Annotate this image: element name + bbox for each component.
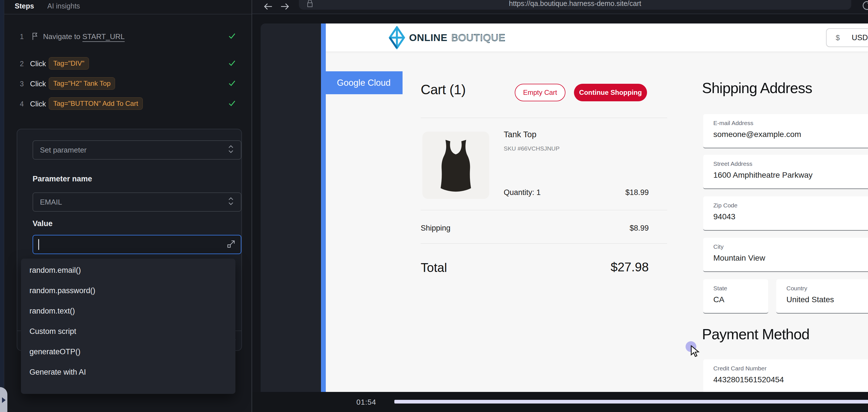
credit-card-field[interactable]: Credit Card Number 4432801561520454 bbox=[703, 359, 868, 393]
value-suggestions-dropdown: random.email() random.password() random.… bbox=[21, 259, 236, 394]
selector-badge: Tag="BUTTON" Add To Cart bbox=[49, 97, 143, 110]
shipping-address-title: Shipping Address bbox=[702, 79, 812, 97]
product-image bbox=[423, 132, 489, 199]
email-field[interactable]: E-mail Address someone@example.com bbox=[703, 114, 868, 148]
browser-pane: https://qa.boutique.harness-demo.site/ca… bbox=[252, 0, 868, 412]
dropdown-item-random-text[interactable]: random.text() bbox=[21, 301, 236, 321]
currency-select[interactable]: $ USD bbox=[826, 28, 868, 47]
play-icon bbox=[2, 397, 6, 403]
check-icon bbox=[227, 79, 237, 89]
field-label: City bbox=[713, 243, 868, 250]
step-action-text: Navigate to bbox=[43, 32, 83, 41]
replay-player-bar: 01:54 bbox=[252, 392, 868, 412]
zip-code-field[interactable]: Zip Code 94043 bbox=[703, 196, 868, 231]
text-caret bbox=[38, 239, 39, 250]
step-row-2[interactable]: 2 Click Tag="DIV" bbox=[4, 56, 252, 70]
step-action-text: Click bbox=[30, 60, 46, 68]
replay-viewport: Google Cloud ONLINEBOUTIQUE $ bbox=[252, 14, 868, 392]
product-sku: SKU #66VCHSJNUP bbox=[504, 145, 559, 152]
divider bbox=[421, 118, 667, 118]
action-type-select[interactable]: Set parameter bbox=[33, 140, 241, 160]
mouse-cursor bbox=[690, 345, 702, 359]
action-type-value: Set parameter bbox=[40, 146, 87, 154]
logo-text-boutique: BOUTIQUE bbox=[451, 32, 505, 43]
back-button[interactable] bbox=[263, 2, 274, 13]
state-field[interactable]: State CA bbox=[703, 279, 768, 313]
product-name[interactable]: Tank Top bbox=[504, 130, 536, 139]
expand-editor-icon[interactable] bbox=[227, 239, 236, 249]
playback-scrubber[interactable] bbox=[394, 400, 868, 404]
step-number: 1 bbox=[20, 33, 24, 41]
tab-ai-insights[interactable]: AI insights bbox=[47, 0, 80, 13]
step-action-text: Click bbox=[30, 79, 46, 88]
field-value: Mountain View bbox=[713, 253, 868, 263]
step-row-4[interactable]: 4 Click Tag="BUTTON" Add To Cart bbox=[4, 97, 252, 111]
dropdown-item-custom-script[interactable]: Custom script bbox=[21, 321, 236, 342]
step-label: Navigate to START_URL bbox=[43, 32, 125, 41]
flag-icon bbox=[31, 32, 39, 42]
tank-top-image bbox=[435, 138, 477, 193]
chevron-updown-icon bbox=[228, 144, 234, 156]
continue-shopping-button[interactable]: Continue Shopping bbox=[574, 84, 647, 101]
empty-cart-button[interactable]: Empty Cart bbox=[515, 84, 565, 101]
playback-time: 01:54 bbox=[356, 398, 376, 407]
url-text: https://qa.boutique.harness-demo.site/ca… bbox=[299, 0, 851, 8]
city-field[interactable]: City Mountain View bbox=[703, 238, 868, 272]
dollar-icon: $ bbox=[836, 33, 840, 42]
field-label: State bbox=[713, 285, 768, 292]
logo-text-online: ONLINE bbox=[409, 32, 447, 43]
url-bar[interactable]: https://qa.boutique.harness-demo.site/ca… bbox=[299, 0, 851, 10]
forward-button[interactable] bbox=[279, 2, 290, 13]
tabs-divider bbox=[4, 14, 252, 14]
steps-sidebar: Steps AI insights 1 Navigate to START_UR… bbox=[4, 0, 252, 412]
selector-badge: Tag="DIV" bbox=[49, 57, 89, 70]
dropdown-item-random-email[interactable]: random.email() bbox=[21, 260, 236, 280]
left-rail bbox=[0, 0, 4, 412]
step-row-3[interactable]: 3 Click Tag="H2" Tank Top bbox=[4, 76, 252, 91]
dropdown-item-random-password[interactable]: random.password() bbox=[21, 280, 236, 301]
country-field[interactable]: Country United States bbox=[776, 279, 868, 313]
field-value: 4432801561520454 bbox=[713, 375, 868, 384]
field-label: Zip Code bbox=[713, 202, 868, 209]
parameter-name-select[interactable]: EMAIL bbox=[33, 193, 241, 212]
chevron-updown-icon bbox=[228, 196, 234, 208]
parameter-name-value: EMAIL bbox=[40, 198, 62, 207]
app-window: Steps AI insights 1 Navigate to START_UR… bbox=[0, 0, 868, 412]
reload-icon[interactable] bbox=[861, 1, 868, 14]
field-label: Credit Card Number bbox=[713, 365, 868, 372]
total-label: Total bbox=[421, 261, 447, 275]
step-number: 4 bbox=[20, 100, 24, 108]
check-icon bbox=[227, 59, 237, 69]
site-header: ONLINEBOUTIQUE $ USD bbox=[326, 24, 868, 52]
screenshot-frame: Google Cloud ONLINEBOUTIQUE $ bbox=[260, 24, 868, 392]
field-value: CA bbox=[713, 295, 768, 304]
start-url-link[interactable]: START_URL bbox=[83, 32, 125, 42]
browser-toolbar: https://qa.boutique.harness-demo.site/ca… bbox=[252, 0, 868, 14]
field-label: E-mail Address bbox=[713, 120, 868, 127]
step-row-1[interactable]: 1 Navigate to START_URL bbox=[4, 29, 252, 43]
product-price: $18.99 bbox=[625, 188, 649, 197]
check-icon bbox=[227, 31, 237, 42]
dropdown-item-generate-with-ai[interactable]: Generate with AI bbox=[21, 362, 236, 382]
field-value: 94043 bbox=[713, 212, 868, 221]
product-quantity: Quantity: 1 bbox=[504, 188, 541, 197]
panel-expander-button[interactable] bbox=[0, 387, 7, 412]
shipping-cost-value: $8.99 bbox=[629, 224, 649, 233]
value-input[interactable] bbox=[33, 235, 241, 254]
google-cloud-banner: Google Cloud bbox=[321, 71, 403, 94]
divider bbox=[421, 243, 667, 244]
cart-title: Cart (1) bbox=[421, 82, 466, 97]
field-value: United States bbox=[786, 295, 868, 304]
site-logo[interactable]: ONLINEBOUTIQUE bbox=[389, 26, 505, 49]
parameter-name-label: Parameter name bbox=[33, 175, 92, 183]
value-label: Value bbox=[33, 219, 53, 228]
shipping-cost-label: Shipping bbox=[421, 224, 451, 233]
tab-steps[interactable]: Steps bbox=[15, 0, 34, 13]
webpage: ONLINEBOUTIQUE $ USD Cart (1) Empty Cart… bbox=[326, 24, 868, 392]
payment-method-title: Payment Method bbox=[702, 326, 809, 343]
street-address-field[interactable]: Street Address 1600 Amphitheatre Parkway bbox=[703, 155, 868, 189]
dropdown-item-generate-otp[interactable]: generateOTP() bbox=[21, 342, 236, 362]
step-number: 3 bbox=[20, 80, 24, 88]
step-number: 2 bbox=[20, 60, 24, 68]
field-value: someone@example.com bbox=[713, 130, 868, 139]
